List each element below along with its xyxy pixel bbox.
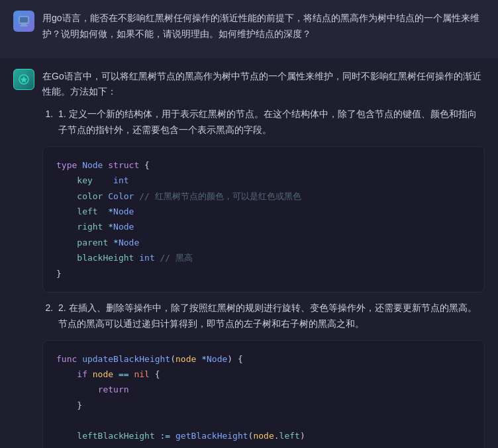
step1-item: 1. 定义一个新的结构体，用于表示红黑树的节点。在这个结构体中，除了包含节点的键…	[56, 107, 485, 138]
code-line: color Color // 红黑树节点的颜色，可以是红色或黑色	[56, 189, 471, 204]
user-avatar	[13, 11, 34, 32]
code-block-1: type Node struct { key int color Color /…	[42, 146, 485, 292]
code-line: }	[56, 266, 471, 281]
code-line: return	[56, 382, 471, 397]
user-message-text: 用go语言，能否在不影响红黑树任何操作的渐近性能的前提下，将结点的黑高作为树中结…	[42, 11, 485, 42]
assistant-avatar	[13, 69, 34, 90]
code-line: key int	[56, 173, 471, 188]
assistant-message-row: 在Go语言中，可以将红黑树节点的黑高作为树中节点的一个属性来维护，同时不影响红黑…	[0, 58, 498, 448]
svg-rect-3	[20, 25, 28, 26]
code-line: right *Node	[56, 219, 471, 234]
step2-item: 2. 在插入、删除等操作中，除了按照红黑树的规则进行旋转、变色等操作外，还需要更…	[56, 300, 485, 332]
assistant-message-content: 在Go语言中，可以将红黑树节点的黑高作为树中节点的一个属性来维护，同时不影响红黑…	[42, 69, 485, 448]
code-line: parent *Node	[56, 235, 471, 250]
code-line: }	[56, 398, 471, 413]
chat-container: 用go语言，能否在不影响红黑树任何操作的渐近性能的前提下，将结点的黑高作为树中结…	[0, 0, 498, 448]
code-line: if node == nil {	[56, 367, 471, 382]
code-content-1: type Node struct { key int color Color /…	[43, 147, 484, 292]
assistant-intro: 在Go语言中，可以将红黑树节点的黑高作为树中节点的一个属性来维护，同时不影响红黑…	[42, 69, 485, 101]
code-content-2: func updateBlackHeight(node *Node) { if …	[43, 341, 484, 449]
code-line: func updateBlackHeight(node *Node) {	[56, 351, 471, 367]
user-message-content: 用go语言，能否在不影响红黑树任何操作的渐近性能的前提下，将结点的黑高作为树中结…	[42, 11, 485, 48]
code-line	[56, 413, 471, 428]
code-line: rightBlackHeight := getBlackHeight(node.…	[56, 444, 471, 448]
step2-label: 2. 在插入、删除等操作中，除了按照红黑树的规则进行旋转、变色等操作外，还需要更…	[58, 302, 477, 329]
user-message-row: 用go语言，能否在不影响红黑树任何操作的渐近性能的前提下，将结点的黑高作为树中结…	[0, 0, 498, 58]
steps-list-2: 2. 在插入、删除等操作中，除了按照红黑树的规则进行旋转、变色等操作外，还需要更…	[56, 300, 485, 332]
code-line: left *Node	[56, 204, 471, 219]
code-line: leftBlackHeight := getBlackHeight(node.l…	[56, 428, 471, 443]
code-block-2: func updateBlackHeight(node *Node) { if …	[42, 340, 485, 449]
svg-rect-1	[20, 17, 28, 22]
svg-rect-2	[21, 24, 26, 25]
code-line: type Node struct {	[56, 157, 471, 173]
step1-label: 1. 定义一个新的结构体，用于表示红黑树的节点。在这个结构体中，除了包含节点的键…	[58, 109, 477, 135]
steps-list: 1. 定义一个新的结构体，用于表示红黑树的节点。在这个结构体中，除了包含节点的键…	[56, 107, 485, 138]
code-line: blackHeight int // 黑高	[56, 250, 471, 265]
